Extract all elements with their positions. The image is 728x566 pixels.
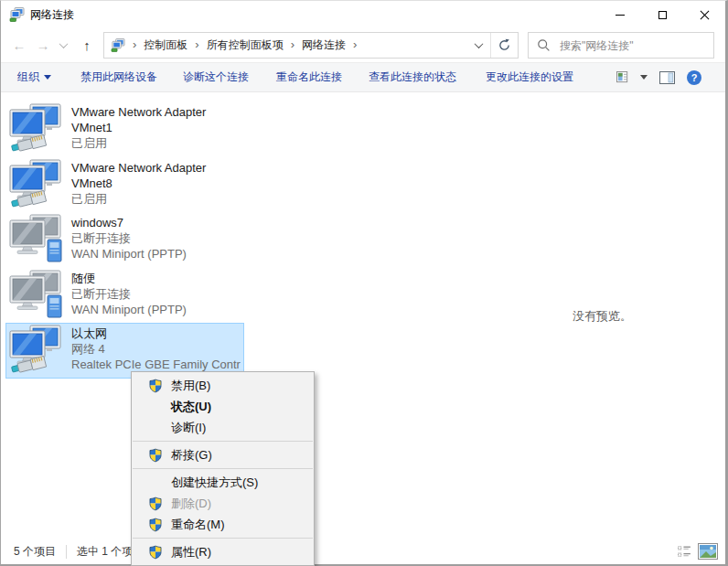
preview-empty-message: 没有预览。 bbox=[573, 308, 632, 325]
titlebar[interactable]: 网络连接 bbox=[1, 1, 725, 28]
menu-separator bbox=[133, 538, 313, 539]
uac-shield-icon bbox=[148, 545, 163, 560]
refresh-button[interactable] bbox=[490, 33, 518, 58]
large-icons-view-button[interactable] bbox=[698, 543, 718, 560]
navigation-bar: ← → ↑ › 控制面板 › 所有控制面板项 › 网络连接 › bbox=[1, 28, 725, 62]
menu-item-diagnose[interactable]: 诊断(I) bbox=[132, 417, 314, 438]
menu-item-disable[interactable]: 禁用(B) bbox=[132, 375, 314, 396]
preview-pane-toggle[interactable] bbox=[659, 71, 675, 84]
address-bar-controls bbox=[466, 33, 518, 58]
refresh-icon bbox=[498, 38, 511, 52]
crumb-separator-icon: › bbox=[291, 38, 294, 52]
adapter-status: 已断开连接 bbox=[71, 286, 187, 302]
adapter-status: 已启用 bbox=[71, 191, 206, 207]
adapter-name: 随便 bbox=[71, 271, 187, 286]
dropdown-caret-icon bbox=[44, 75, 51, 80]
menu-icon-placeholder bbox=[148, 400, 163, 414]
search-box bbox=[528, 32, 714, 59]
uac-shield-icon bbox=[148, 497, 163, 511]
uac-shield-icon bbox=[148, 379, 163, 393]
adapter-name-line2: VMnet8 bbox=[71, 176, 206, 191]
up-button[interactable]: ↑ bbox=[74, 31, 100, 59]
list-item-ethernet-selected[interactable]: 以太网 网络 4 Realtek PCIe GBE Family Contr bbox=[5, 323, 244, 379]
back-button[interactable]: ← bbox=[6, 31, 32, 59]
help-button[interactable]: ? bbox=[687, 70, 701, 85]
adapter-name-line2: VMnet1 bbox=[71, 120, 206, 135]
menu-item-rename[interactable]: 重命名(M) bbox=[132, 514, 314, 535]
adapter-name: windows7 bbox=[71, 215, 187, 230]
uac-shield-icon bbox=[148, 448, 163, 463]
views-icon bbox=[616, 71, 630, 84]
ethernet-adapter-icon bbox=[9, 103, 68, 153]
adapter-status: 已断开连接 bbox=[71, 230, 187, 246]
context-menu: 禁用(B) 状态(U) 诊断(I) 桥接(G) 创建快捷方式(S) 删除(D) … bbox=[131, 371, 315, 566]
view-connection-status-button[interactable]: 查看此连接的状态 bbox=[369, 69, 456, 85]
vpn-adapter-icon bbox=[9, 270, 68, 319]
network-connections-window: 网络连接 ← → ↑ › 控制面板 › 所有控制面板项 › 网络连接 › bbox=[0, 0, 728, 566]
adapter-device: WAN Miniport (PPTP) bbox=[71, 302, 187, 317]
list-item-suibian[interactable]: 随便 已断开连接 WAN Miniport (PPTP) bbox=[5, 268, 244, 324]
menu-separator bbox=[133, 441, 313, 442]
list-item-windows7[interactable]: windows7 已断开连接 WAN Miniport (PPTP) bbox=[5, 212, 244, 268]
adapter-network: 网络 4 bbox=[71, 341, 241, 357]
search-icon bbox=[537, 38, 551, 52]
menu-item-delete: 删除(D) bbox=[132, 493, 314, 514]
forward-icon: → bbox=[37, 37, 50, 53]
window-title: 网络连接 bbox=[30, 7, 74, 23]
statusbar-view-buttons bbox=[677, 543, 718, 560]
minimize-icon bbox=[616, 15, 625, 16]
menu-item-bridge[interactable]: 桥接(G) bbox=[132, 444, 314, 465]
breadcrumb-network-connections[interactable]: 网络连接 bbox=[302, 37, 346, 53]
adapter-list: VMware Network Adapter VMnet1 已启用 VMware… bbox=[1, 101, 385, 379]
location-icon bbox=[111, 38, 125, 52]
network-connections-icon bbox=[9, 7, 25, 22]
change-connection-settings-button[interactable]: 更改此连接的设置 bbox=[486, 69, 573, 85]
crumb-separator-icon: › bbox=[133, 38, 136, 52]
menu-item-properties[interactable]: 属性(R) bbox=[132, 541, 314, 562]
forward-button[interactable]: → bbox=[32, 31, 54, 59]
ethernet-adapter-icon bbox=[9, 325, 68, 374]
menu-icon-placeholder bbox=[148, 421, 163, 435]
thumbnail-view-icon bbox=[700, 545, 716, 558]
change-view-button[interactable] bbox=[616, 71, 648, 84]
recent-locations-button[interactable] bbox=[54, 31, 72, 59]
list-item-vmnet1[interactable]: VMware Network Adapter VMnet1 已启用 bbox=[5, 101, 244, 157]
minimize-button[interactable] bbox=[599, 1, 641, 28]
items-count: 5 个项目 bbox=[14, 544, 56, 560]
crumb-separator-icon: › bbox=[195, 38, 198, 52]
breadcrumb-control-panel[interactable]: 控制面板 bbox=[144, 37, 187, 53]
close-button[interactable] bbox=[683, 1, 725, 28]
status-divider bbox=[66, 545, 67, 559]
maximize-icon bbox=[658, 11, 667, 19]
breadcrumb-all-items[interactable]: 所有控制面板项 bbox=[207, 37, 284, 53]
adapter-name: VMware Network Adapter bbox=[71, 104, 206, 120]
disable-device-button[interactable]: 禁用此网络设备 bbox=[80, 69, 157, 85]
menu-item-create-shortcut[interactable]: 创建快捷方式(S) bbox=[132, 472, 314, 493]
adapter-name: VMware Network Adapter bbox=[71, 160, 206, 176]
details-view-icon bbox=[677, 544, 692, 560]
menu-icon-placeholder bbox=[148, 475, 163, 490]
details-view-button[interactable] bbox=[677, 544, 692, 560]
rename-connection-button[interactable]: 重命名此连接 bbox=[276, 69, 342, 85]
address-dropdown-button[interactable] bbox=[466, 33, 490, 58]
search-input[interactable] bbox=[558, 38, 695, 53]
menu-item-status[interactable]: 状态(U) bbox=[132, 396, 314, 417]
address-bar[interactable]: › 控制面板 › 所有控制面板项 › 网络连接 › bbox=[103, 32, 519, 59]
adapter-device: WAN Miniport (PPTP) bbox=[71, 246, 187, 262]
adapter-name: 以太网 bbox=[71, 326, 241, 341]
organize-button[interactable]: 组织 bbox=[17, 69, 51, 85]
menu-separator bbox=[133, 468, 313, 469]
adapter-status: 已启用 bbox=[71, 135, 206, 151]
diagnose-connection-button[interactable]: 诊断这个连接 bbox=[183, 69, 249, 85]
close-icon bbox=[700, 10, 710, 20]
status-bar: 5 个项目 选中 1 个项目 bbox=[1, 539, 725, 564]
chevron-down-icon bbox=[59, 39, 68, 48]
command-toolbar: 组织 禁用此网络设备 诊断这个连接 重命名此连接 查看此连接的状态 更改此连接的… bbox=[1, 62, 725, 92]
vpn-adapter-icon bbox=[9, 214, 68, 263]
maximize-button[interactable] bbox=[641, 1, 683, 28]
crumb-separator-icon: › bbox=[353, 38, 357, 52]
list-item-vmnet8[interactable]: VMware Network Adapter VMnet8 已启用 bbox=[5, 157, 244, 213]
dropdown-caret-icon bbox=[640, 75, 648, 80]
toolbar-right-controls: ? bbox=[616, 70, 701, 85]
up-icon: ↑ bbox=[83, 37, 91, 53]
